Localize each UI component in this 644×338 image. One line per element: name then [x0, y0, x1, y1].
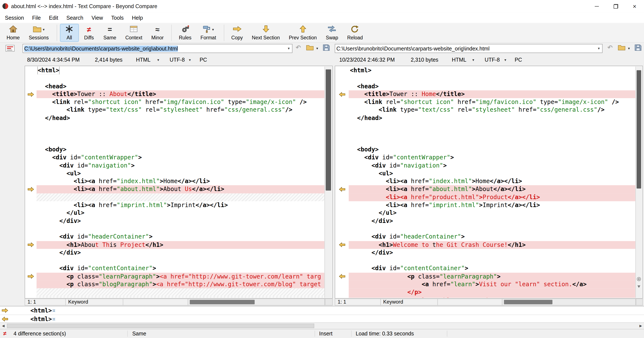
toolbar-button-diffs[interactable]: ≠Diffs: [80, 24, 98, 42]
toolbar-button-prev-section[interactable]: Prev Section: [285, 24, 321, 42]
code-text[interactable]: <li><a href="about.html">About</a></li>: [349, 186, 636, 194]
restore-button[interactable]: [606, 0, 625, 12]
toolbar-button-sessions[interactable]: ▾Sessions: [24, 24, 53, 42]
menu-item-tools[interactable]: Tools: [107, 12, 128, 23]
menu-item-view[interactable]: View: [88, 12, 107, 23]
code-text[interactable]: <a href="learn">Visit our "learn" sectio…: [349, 280, 636, 288]
left-open-folder-dropdown-icon[interactable]: ▾: [316, 46, 318, 50]
toolbar-button-next-section[interactable]: Next Section: [248, 24, 284, 42]
code-text[interactable]: [36, 257, 324, 264]
toolbar-button-home[interactable]: Home: [2, 24, 24, 42]
code-text[interactable]: <li><a href="imprint.html">Imprint</a></…: [36, 201, 324, 209]
code-text[interactable]: </ul>: [36, 209, 324, 217]
code-text[interactable]: <li><a href="product.html">Product</a></…: [349, 194, 636, 201]
left-vertical-scrollbar[interactable]: [324, 66, 332, 298]
code-text[interactable]: <head>: [349, 82, 636, 90]
toolbar-button-rules[interactable]: Rules: [175, 24, 196, 42]
code-text[interactable]: [349, 122, 636, 130]
right-scroll-thumb[interactable]: [637, 70, 641, 188]
minimize-button[interactable]: [587, 0, 606, 12]
code-text[interactable]: <div id="navigation">: [36, 162, 324, 170]
menu-item-search[interactable]: Search: [62, 12, 87, 23]
code-text[interactable]: <li><a href="about.html">About Us</a></l…: [36, 186, 324, 194]
code-text[interactable]: <p class="blogParagraph">: [349, 296, 636, 298]
scroll-target-icon[interactable]: [636, 277, 642, 281]
scroll-left-icon[interactable]: ◀: [0, 323, 7, 329]
details-hscroll-thumb[interactable]: [7, 324, 314, 328]
menu-item-edit[interactable]: Edit: [45, 12, 62, 23]
code-text[interactable]: <title>Tower :: Home</title>: [349, 90, 636, 98]
code-text[interactable]: [349, 225, 636, 233]
left-path-input[interactable]: C:\Users\brunobrito\Documents\carparts-w…: [23, 44, 292, 53]
right-undo-icon[interactable]: ↶: [608, 44, 612, 50]
code-text[interactable]: <div id="navigation">: [349, 162, 636, 170]
code-text[interactable]: [36, 194, 324, 201]
code-text[interactable]: <link rel="shortcut icon" href="img/favi…: [349, 98, 636, 106]
detail-row[interactable]: <html>¤: [0, 306, 644, 314]
left-save-icon[interactable]: [323, 44, 330, 51]
code-text[interactable]: [36, 138, 324, 146]
code-text[interactable]: <head>: [36, 82, 324, 90]
code-text[interactable]: </div>: [36, 217, 324, 225]
scroll-right-icon[interactable]: ▶: [637, 323, 644, 329]
code-text[interactable]: </div>: [349, 217, 636, 225]
code-text[interactable]: <p class="blogParagraph"><a href="http:/…: [36, 280, 324, 288]
toolbar-button-all[interactable]: All: [60, 24, 79, 42]
code-text[interactable]: [349, 130, 636, 138]
left-encoding-select[interactable]: UTF-8: [170, 54, 185, 66]
right-open-folder-dropdown-icon[interactable]: ▾: [628, 46, 630, 50]
toolbar-button-minor[interactable]: ≈Minor: [147, 24, 168, 42]
code-text[interactable]: <h1>About This Project</h1>: [36, 241, 324, 249]
code-text[interactable]: [349, 257, 636, 264]
code-text[interactable]: [349, 138, 636, 146]
code-text[interactable]: <div id="contentContainer">: [349, 264, 636, 272]
left-open-folder-icon[interactable]: [306, 44, 314, 50]
menu-item-help[interactable]: Help: [128, 12, 147, 23]
code-text[interactable]: <li><a href="index.html">Home</a></li>: [36, 178, 324, 186]
toolbar-button-context[interactable]: Context: [121, 24, 146, 42]
right-path-input[interactable]: C:\Users\brunobrito\Documents\carparts-w…: [335, 44, 603, 53]
scroll-down-icon[interactable]: [636, 284, 642, 288]
code-text[interactable]: </div>: [36, 249, 324, 257]
code-text[interactable]: [36, 130, 324, 138]
toolbar-button-swap[interactable]: Swap: [322, 24, 342, 42]
code-text[interactable]: <li><a href="imprint.html">Imprint</a></…: [349, 201, 636, 209]
code-text[interactable]: [36, 74, 324, 82]
code-text[interactable]: <html>: [36, 66, 324, 74]
code-text[interactable]: <div id="headerContainer">: [349, 233, 636, 241]
left-encoding-caret-icon[interactable]: ▾: [189, 54, 191, 66]
toolbar-button-copy[interactable]: Copy: [227, 24, 247, 42]
menu-item-session[interactable]: Session: [1, 12, 28, 23]
right-format-caret-icon[interactable]: ▾: [472, 54, 474, 66]
code-text[interactable]: <div id="contentContainer">: [36, 264, 324, 272]
code-text[interactable]: [349, 74, 636, 82]
left-hscroll-thumb[interactable]: [190, 300, 254, 304]
menu-item-file[interactable]: File: [28, 12, 45, 23]
code-text[interactable]: [36, 288, 324, 296]
left-horizontal-scrollbar[interactable]: [188, 299, 325, 306]
code-text[interactable]: </head>: [349, 114, 636, 122]
code-text[interactable]: <ul>: [349, 170, 636, 178]
right-path-dropdown-icon[interactable]: ▾: [596, 46, 602, 50]
right-save-icon[interactable]: [634, 44, 642, 51]
code-text[interactable]: [36, 225, 324, 233]
code-text[interactable]: <li><a href="index.html">Home</a></li>: [349, 178, 636, 186]
code-text[interactable]: <html>: [349, 66, 636, 74]
code-text[interactable]: <p class="learnParagraph">: [349, 272, 636, 280]
toolbar-button-same[interactable]: =Same: [99, 24, 120, 42]
details-horizontal-scrollbar[interactable]: ◀ ▶: [0, 322, 644, 329]
right-horizontal-scrollbar[interactable]: [502, 299, 636, 306]
right-line-ending[interactable]: PC: [514, 54, 522, 66]
toolbar-button-reload[interactable]: Reload: [343, 24, 367, 42]
code-text[interactable]: <link type="text/css" rel="stylesheet" h…: [36, 106, 324, 114]
code-text[interactable]: <h1>Welcome to the Git Crash Course!</h1…: [349, 241, 636, 249]
code-text[interactable]: </div>: [349, 249, 636, 257]
code-text[interactable]: <link type="text/css" rel="stylesheet" h…: [349, 106, 636, 114]
code-text[interactable]: [36, 122, 324, 130]
right-encoding-select[interactable]: UTF-8: [484, 54, 500, 66]
code-text[interactable]: </head>: [36, 114, 324, 122]
code-text[interactable]: <div id="headerContainer">: [36, 233, 324, 241]
left-format-caret-icon[interactable]: ▾: [157, 54, 159, 66]
left-scroll-thumb[interactable]: [326, 69, 331, 190]
code-text[interactable]: <div id="contentWrapper">: [349, 154, 636, 162]
